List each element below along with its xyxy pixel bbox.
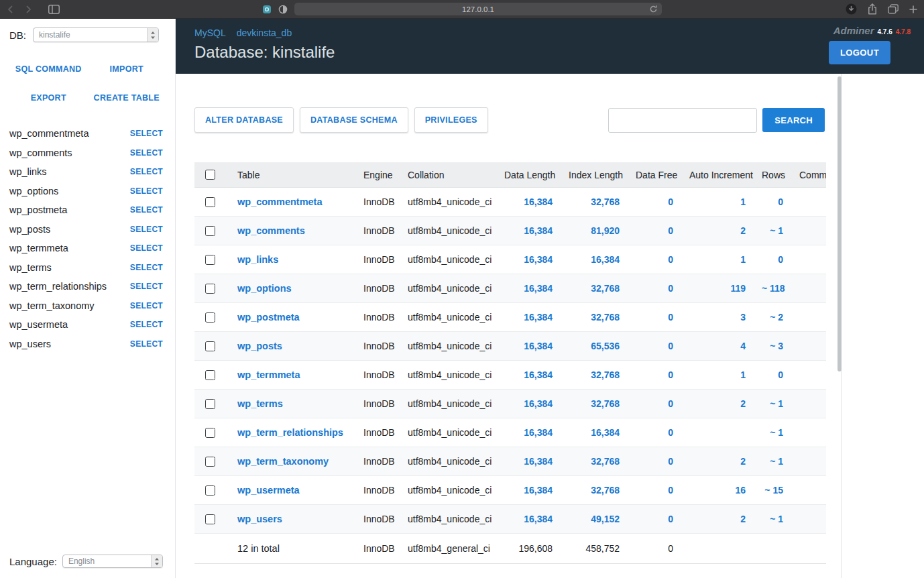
sidebar-table-link[interactable]: wp_term_relationships bbox=[9, 281, 107, 292]
sidebar-table-link[interactable]: wp_users bbox=[9, 339, 51, 349]
content-blocker-icon[interactable] bbox=[278, 5, 288, 14]
sidebar-select-link[interactable]: SELECT bbox=[130, 186, 163, 196]
data-free-link[interactable]: 0 bbox=[628, 254, 681, 265]
sidebar-toggle-icon[interactable] bbox=[48, 5, 60, 14]
data-length-link[interactable]: 16,384 bbox=[496, 196, 561, 207]
row-checkbox[interactable] bbox=[205, 226, 215, 236]
tab-overview-icon[interactable] bbox=[888, 4, 899, 14]
index-length-link[interactable]: 16,384 bbox=[561, 427, 628, 438]
index-length-link[interactable]: 81,920 bbox=[561, 225, 628, 236]
privileges-button[interactable]: PRIVILEGES bbox=[414, 107, 488, 133]
data-length-link[interactable]: 16,384 bbox=[496, 254, 561, 265]
address-bar[interactable]: 127.0.0.1 bbox=[294, 3, 662, 15]
rows-count-link[interactable]: 0 bbox=[754, 196, 791, 207]
row-checkbox[interactable] bbox=[205, 284, 215, 294]
data-length-link[interactable]: 16,384 bbox=[496, 514, 561, 524]
auto-increment-link[interactable]: 2 bbox=[681, 456, 754, 467]
sidebar-table-link[interactable]: wp_options bbox=[9, 186, 58, 196]
auto-increment-link[interactable]: 16 bbox=[681, 485, 754, 496]
logout-button[interactable]: LOGOUT bbox=[829, 41, 890, 64]
data-length-link[interactable]: 16,384 bbox=[496, 283, 561, 294]
reload-icon[interactable] bbox=[649, 5, 658, 13]
index-length-link[interactable]: 49,152 bbox=[561, 514, 628, 524]
auto-increment-link[interactable]: 3 bbox=[681, 312, 754, 323]
sidebar-table-link[interactable]: wp_posts bbox=[9, 224, 50, 235]
index-length-link[interactable]: 32,768 bbox=[561, 456, 628, 467]
language-select[interactable]: English bbox=[62, 555, 163, 568]
table-name-link[interactable]: wp_links bbox=[227, 254, 355, 265]
index-length-link[interactable]: 32,768 bbox=[561, 398, 628, 409]
row-checkbox[interactable] bbox=[205, 197, 215, 207]
sidebar-select-link[interactable]: SELECT bbox=[130, 225, 163, 234]
sidebar-select-link[interactable]: SELECT bbox=[130, 243, 163, 253]
row-checkbox[interactable] bbox=[205, 341, 215, 351]
sidebar-select-link[interactable]: SELECT bbox=[130, 282, 163, 291]
database-schema-button[interactable]: DATABASE SCHEMA bbox=[300, 107, 408, 133]
data-free-link[interactable]: 0 bbox=[628, 283, 681, 294]
auto-increment-link[interactable]: 1 bbox=[681, 369, 754, 380]
db-select[interactable]: kinstalife bbox=[33, 27, 159, 42]
table-name-link[interactable]: wp_options bbox=[227, 283, 355, 294]
row-checkbox[interactable] bbox=[205, 370, 215, 380]
sidebar-select-link[interactable]: SELECT bbox=[130, 339, 163, 349]
forward-icon[interactable] bbox=[24, 5, 32, 13]
search-input[interactable] bbox=[608, 108, 757, 133]
index-length-link[interactable]: 32,768 bbox=[561, 283, 628, 294]
table-name-link[interactable]: wp_posts bbox=[227, 341, 355, 351]
auto-increment-link[interactable]: 2 bbox=[681, 514, 754, 524]
data-length-link[interactable]: 16,384 bbox=[496, 398, 561, 409]
sidebar-table-link[interactable]: wp_term_taxonomy bbox=[9, 300, 95, 311]
auto-increment-link[interactable]: 119 bbox=[681, 283, 754, 294]
row-checkbox[interactable] bbox=[205, 255, 215, 265]
row-checkbox[interactable] bbox=[205, 399, 215, 409]
breadcrumb-db-link[interactable]: devkinsta_db bbox=[237, 27, 292, 38]
index-length-link[interactable]: 32,768 bbox=[561, 196, 628, 207]
rows-count-link[interactable]: ~ 118 bbox=[754, 283, 791, 294]
rows-count-link[interactable]: 0 bbox=[754, 369, 791, 380]
auto-increment-link[interactable]: 1 bbox=[681, 196, 754, 207]
table-name-link[interactable]: wp_term_taxonomy bbox=[227, 456, 355, 467]
rows-count-link[interactable]: ~ 1 bbox=[754, 514, 791, 524]
export-link[interactable]: EXPORT bbox=[31, 93, 66, 103]
rows-count-link[interactable]: ~ 1 bbox=[754, 225, 791, 236]
data-free-link[interactable]: 0 bbox=[628, 341, 681, 351]
new-tab-icon[interactable] bbox=[909, 5, 917, 13]
index-length-link[interactable]: 32,768 bbox=[561, 369, 628, 380]
table-name-link[interactable]: wp_comments bbox=[227, 225, 355, 236]
table-name-link[interactable]: wp_commentmeta bbox=[227, 196, 355, 207]
create-table-link[interactable]: CREATE TABLE bbox=[94, 93, 160, 103]
data-free-link[interactable]: 0 bbox=[628, 514, 681, 524]
auto-increment-link[interactable]: 1 bbox=[681, 254, 754, 265]
data-free-link[interactable]: 0 bbox=[628, 398, 681, 409]
breadcrumb-mysql-link[interactable]: MySQL bbox=[194, 27, 226, 38]
extension-badge-icon[interactable] bbox=[262, 5, 272, 14]
data-free-link[interactable]: 0 bbox=[628, 456, 681, 467]
data-length-link[interactable]: 16,384 bbox=[496, 427, 561, 438]
back-icon[interactable] bbox=[7, 5, 15, 13]
data-free-link[interactable]: 0 bbox=[628, 312, 681, 323]
index-length-link[interactable]: 32,768 bbox=[561, 485, 628, 496]
import-link[interactable]: IMPORT bbox=[110, 64, 143, 74]
data-length-link[interactable]: 16,384 bbox=[496, 312, 561, 323]
auto-increment-link[interactable]: 2 bbox=[681, 398, 754, 409]
table-name-link[interactable]: wp_termmeta bbox=[227, 369, 355, 380]
rows-count-link[interactable]: ~ 1 bbox=[754, 398, 791, 409]
data-free-link[interactable]: 0 bbox=[628, 225, 681, 236]
rows-count-link[interactable]: ~ 1 bbox=[754, 427, 791, 438]
sidebar-select-link[interactable]: SELECT bbox=[130, 205, 163, 215]
index-length-link[interactable]: 16,384 bbox=[561, 254, 628, 265]
data-length-link[interactable]: 16,384 bbox=[496, 485, 561, 496]
sidebar-table-link[interactable]: wp_comments bbox=[9, 148, 72, 158]
data-free-link[interactable]: 0 bbox=[628, 369, 681, 380]
row-checkbox[interactable] bbox=[205, 514, 215, 524]
sidebar-table-link[interactable]: wp_usermeta bbox=[9, 319, 68, 330]
downloads-icon[interactable] bbox=[846, 3, 857, 15]
sidebar-select-link[interactable]: SELECT bbox=[130, 167, 163, 176]
table-name-link[interactable]: wp_postmeta bbox=[227, 312, 355, 323]
alter-database-button[interactable]: ALTER DATABASE bbox=[194, 107, 294, 133]
data-length-link[interactable]: 16,384 bbox=[496, 369, 561, 380]
share-icon[interactable] bbox=[868, 3, 877, 15]
row-checkbox[interactable] bbox=[205, 485, 215, 496]
data-free-link[interactable]: 0 bbox=[628, 196, 681, 207]
sidebar-table-link[interactable]: wp_links bbox=[9, 166, 47, 177]
